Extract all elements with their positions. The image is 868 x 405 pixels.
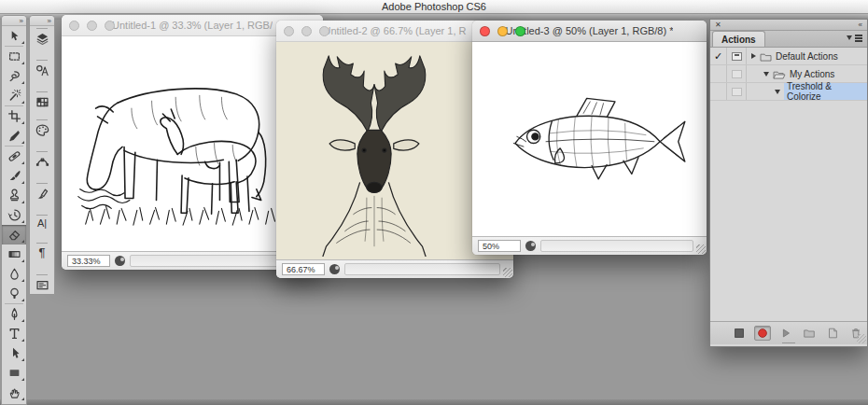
- history-brush-tool[interactable]: [2, 205, 26, 225]
- new-action-button[interactable]: [824, 326, 841, 341]
- close-button[interactable]: [69, 21, 79, 31]
- traffic-lights: [69, 15, 115, 35]
- new-set-button[interactable]: [801, 326, 818, 341]
- minimize-button[interactable]: [497, 26, 508, 36]
- dialog-toggle[interactable]: [727, 48, 747, 64]
- document-info-icon[interactable]: [329, 264, 340, 274]
- zoom-level-field[interactable]: 33.33%: [67, 255, 110, 267]
- pen-icon: [7, 307, 21, 321]
- blur-tool[interactable]: [2, 264, 26, 284]
- zoom-button[interactable]: [105, 21, 115, 31]
- close-button[interactable]: [284, 26, 294, 36]
- action-row-default-actions[interactable]: ✓ Default Actions: [710, 48, 867, 65]
- drag-grip: [36, 243, 48, 244]
- crop-tool[interactable]: [2, 106, 26, 126]
- include-toggle[interactable]: [710, 65, 727, 82]
- healing-brush-tool[interactable]: [2, 147, 26, 166]
- checkmark-icon: ✓: [714, 50, 722, 63]
- gradient-tool[interactable]: [2, 244, 26, 264]
- paragraph-panel-button[interactable]: ¶: [30, 241, 54, 269]
- tools-palette-header[interactable]: »: [2, 16, 26, 26]
- drag-grip: [36, 91, 48, 92]
- document-info-icon[interactable]: [115, 256, 125, 266]
- panel-icons-list: A|¶: [30, 26, 54, 300]
- path-selection-tool[interactable]: [2, 343, 26, 363]
- layers-panel-button[interactable]: [30, 26, 54, 54]
- window-resize-grip[interactable]: [503, 268, 512, 277]
- zoom-button[interactable]: [515, 26, 525, 36]
- actions-panel: ✕ « Actions ✓ Default Actions: [709, 19, 868, 347]
- zoom-button[interactable]: [319, 26, 329, 36]
- magic-wand-tool[interactable]: [2, 86, 26, 105]
- dialog-toggle[interactable]: [727, 65, 747, 82]
- clone-stamp-icon: [7, 189, 21, 202]
- document-canvas[interactable]: [472, 42, 707, 236]
- brush-tool[interactable]: [2, 166, 26, 186]
- close-button[interactable]: [480, 26, 490, 36]
- pen-tool[interactable]: [2, 304, 26, 324]
- tab-actions[interactable]: Actions: [712, 31, 765, 47]
- paths-panel-button[interactable]: [30, 149, 54, 177]
- move-tool[interactable]: [2, 26, 26, 46]
- character-panel-button[interactable]: A|: [30, 213, 54, 241]
- collapse-arrow-icon[interactable]: [763, 72, 769, 77]
- minimize-button[interactable]: [301, 26, 312, 36]
- expand-arrow-icon[interactable]: [751, 53, 756, 59]
- tools-palette: »: [1, 15, 27, 405]
- action-label: Treshold & Colorize: [787, 81, 867, 102]
- stop-button[interactable]: [731, 326, 748, 341]
- new-set-icon: [803, 327, 816, 340]
- app-title: Adobe Photoshop CS6: [382, 1, 486, 12]
- status-info-area: [344, 263, 500, 275]
- actions-panel-header: ✕ «: [710, 20, 867, 31]
- hand-tool[interactable]: [2, 383, 26, 402]
- include-toggle[interactable]: [710, 83, 727, 100]
- close-panel-icon[interactable]: ✕: [715, 21, 721, 29]
- path-selection-icon: [7, 346, 21, 360]
- eyedropper-tool[interactable]: [2, 126, 26, 146]
- deer-illustration: [286, 46, 463, 257]
- window-titlebar[interactable]: Untitled-3 @ 50% (Layer 1, RGB/8) *: [472, 21, 707, 42]
- panel-corner-grip[interactable]: [857, 334, 866, 343]
- rectangle-tool[interactable]: [2, 363, 26, 383]
- actions-panel-buttons: [710, 321, 867, 344]
- drag-grip: [36, 274, 48, 275]
- fish-illustration: [500, 93, 692, 193]
- minimize-button[interactable]: [87, 21, 97, 31]
- dodge-tool[interactable]: [2, 284, 26, 303]
- collapse-arrow-icon[interactable]: [775, 90, 780, 94]
- dialog-toggle[interactable]: [727, 83, 747, 100]
- include-toggle[interactable]: ✓: [710, 48, 727, 64]
- brush-presets-panel-button[interactable]: [30, 181, 54, 209]
- panel-dock-header[interactable]: »: [30, 16, 54, 26]
- record-button[interactable]: [754, 326, 771, 341]
- clone-source-panel-button[interactable]: [30, 272, 54, 300]
- blur-icon: [7, 267, 21, 281]
- color-panel-button[interactable]: [30, 118, 54, 146]
- swatches-panel-button[interactable]: [30, 90, 54, 118]
- action-row-treshold-colorize[interactable]: Treshold & Colorize: [710, 83, 867, 101]
- status-bar: 66.67%: [276, 259, 513, 278]
- window-resize-grip[interactable]: [696, 244, 706, 254]
- healing-brush-icon: [7, 149, 21, 163]
- window-title: Untitled-2 @ 66.7% (Layer 1, R: [323, 25, 466, 36]
- panel-menu-icon[interactable]: [847, 35, 862, 42]
- clone-stamp-tool[interactable]: [2, 186, 26, 205]
- lasso-tool[interactable]: [2, 66, 26, 86]
- play-button[interactable]: [777, 326, 794, 341]
- folder-open-icon: [773, 69, 786, 79]
- marquee-tool[interactable]: [2, 47, 26, 66]
- eraser-tool[interactable]: [2, 225, 26, 244]
- document-info-icon[interactable]: [525, 241, 536, 251]
- brush-icon: [7, 169, 21, 183]
- expand-dock-icon[interactable]: »: [20, 17, 23, 25]
- panel-resize-grip[interactable]: [782, 342, 795, 343]
- collapse-panel-icon[interactable]: «: [859, 21, 862, 29]
- type-tool[interactable]: [2, 324, 26, 343]
- expand-dock-icon[interactable]: »: [48, 17, 51, 25]
- clone-source-icon: [35, 278, 49, 292]
- styles-panel-button[interactable]: [30, 58, 54, 86]
- rectangle-icon: [7, 366, 21, 380]
- zoom-level-field[interactable]: 66.67%: [282, 263, 325, 275]
- zoom-level-field[interactable]: 50%: [478, 240, 521, 252]
